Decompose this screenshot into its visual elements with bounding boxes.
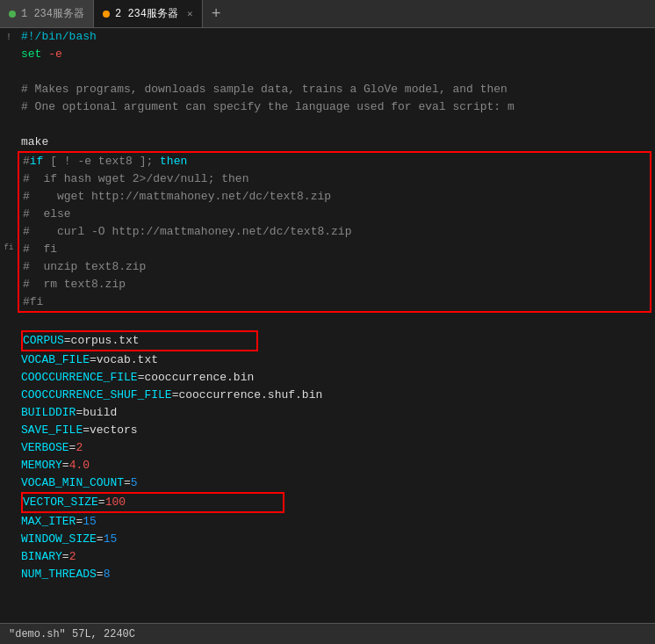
line-2: set -e <box>18 46 655 63</box>
gutter-2 <box>0 46 18 63</box>
gutter-5 <box>0 98 18 116</box>
gutter-3 <box>0 63 18 81</box>
gutter-12 <box>0 221 18 239</box>
line-13: # fi <box>19 241 650 258</box>
gutter-30 <box>0 538 18 555</box>
gutter-6 <box>0 116 18 134</box>
gutter-25 <box>0 450 18 467</box>
line-22: BUILDDIR=build <box>18 404 655 422</box>
line-15: # rm text8.zip <box>19 276 650 293</box>
gutter-17 <box>0 309 18 327</box>
gutter-14 <box>0 257 18 274</box>
tab-bar: 1 234服务器 2 234服务器 ✕ + <box>0 0 655 28</box>
gutter-28 <box>0 503 18 520</box>
gutter-23 <box>0 415 18 432</box>
gutter-24 <box>0 432 18 450</box>
status-text: "demo.sh" 57L, 2240C <box>9 628 135 640</box>
status-bar: "demo.sh" 57L, 2240C <box>0 623 655 644</box>
line-24: VERBOSE=2 <box>18 439 655 457</box>
line-21: COOCCURRENCE_SHUF_FILE=cooccurrence.shuf… <box>18 387 655 404</box>
line-18: CORPUS=corpus.txt <box>23 332 256 350</box>
tab-2-close[interactable]: ✕ <box>187 8 193 19</box>
gutter-22 <box>0 397 18 415</box>
line-6 <box>18 116 655 134</box>
line-25: MEMORY=4.0 <box>18 457 655 474</box>
gutter-31 <box>0 555 18 573</box>
line-3 <box>18 63 655 81</box>
gutter-21 <box>0 380 18 397</box>
corpus-highlight: CORPUS=corpus.txt <box>21 330 258 351</box>
gutter-16 <box>0 292 18 309</box>
line-17 <box>18 313 655 330</box>
gutter-20 <box>0 362 18 380</box>
line-20: COOCCURRENCE_FILE=cooccurrence.bin <box>18 369 655 387</box>
line-14: # unzip text8.zip <box>19 258 650 276</box>
line-26: VOCAB_MIN_COUNT=5 <box>18 474 655 492</box>
tab-1-dot <box>9 11 16 18</box>
gutter-29 <box>0 520 18 538</box>
gutter-15 <box>0 274 18 292</box>
tab-1[interactable]: 1 234服务器 <box>0 0 94 27</box>
line-16: #fi <box>19 293 650 311</box>
vector-size-highlight: VECTOR_SIZE=100 <box>21 492 284 513</box>
gutter: ! fi <box>0 28 18 623</box>
gutter-7 <box>0 134 18 151</box>
gutter-27 <box>0 485 18 503</box>
gutter-19 <box>0 344 18 362</box>
tab-1-label: 1 234服务器 <box>21 6 84 21</box>
gutter-10 <box>0 186 18 204</box>
line-11: # else <box>19 206 650 223</box>
line-19: VOCAB_FILE=vocab.txt <box>18 351 655 369</box>
gutter-13: fi <box>0 239 18 257</box>
line-27: VECTOR_SIZE=100 <box>23 494 283 511</box>
line-29: WINDOW_SIZE=15 <box>18 531 655 548</box>
line-30: BINARY=2 <box>18 548 655 566</box>
line-31: NUM_THREADS=8 <box>18 566 655 583</box>
gutter-1: ! <box>0 28 18 46</box>
line-9: # if hash wget 2>/dev/null; then <box>19 170 650 188</box>
gutter-8 <box>0 151 18 169</box>
code-content: #!/bin/bash set -e # Makes programs, dow… <box>18 28 655 623</box>
gutter-11 <box>0 204 18 221</box>
gutter-18 <box>0 327 18 344</box>
tab-add-button[interactable]: + <box>203 0 230 27</box>
line-23: SAVE_FILE=vectors <box>18 422 655 439</box>
tab-2-label: 2 234服务器 <box>115 6 178 21</box>
tab-2[interactable]: 2 234服务器 ✕ <box>94 0 203 27</box>
gutter-4 <box>0 81 18 98</box>
line-4: # Makes programs, downloads sample data,… <box>18 81 655 98</box>
line-7: make <box>18 134 655 151</box>
gutter-26 <box>0 467 18 485</box>
line-5: # One optional argument can specify the … <box>18 98 655 116</box>
commented-block: #if [ ! -e text8 ]; then # if hash wget … <box>18 151 651 313</box>
line-28: MAX_ITER=15 <box>18 513 655 531</box>
editor: ! fi #!/bin/bash <box>0 28 655 623</box>
line-10: # wget http://mattmahoney.net/dc/text8.z… <box>19 188 650 206</box>
tab-2-dot <box>103 11 110 18</box>
gutter-9 <box>0 169 18 186</box>
line-1: #!/bin/bash <box>18 28 655 46</box>
line-8: #if [ ! -e text8 ]; then <box>19 153 650 170</box>
line-12: # curl -O http://mattmahoney.net/dc/text… <box>19 223 650 241</box>
